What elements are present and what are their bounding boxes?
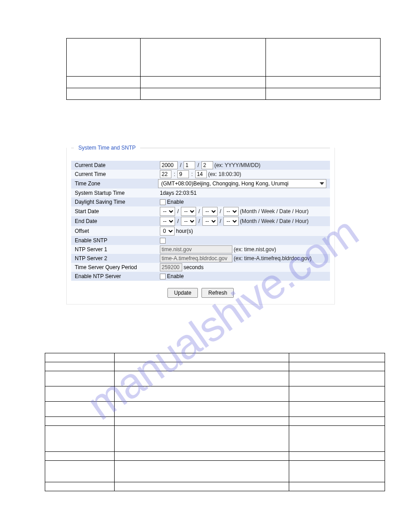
hour-input[interactable] bbox=[160, 170, 171, 178]
current-date-label: Current Date bbox=[75, 162, 160, 168]
ntp1-input[interactable] bbox=[160, 245, 232, 253]
end-month-select[interactable]: -- bbox=[160, 217, 175, 226]
start-weekday-select[interactable]: -- bbox=[202, 207, 218, 216]
end-weekday-select[interactable]: -- bbox=[202, 217, 218, 226]
end-week-select[interactable]: -- bbox=[181, 217, 196, 226]
end-hour-select[interactable]: -- bbox=[223, 217, 239, 226]
time-zone-label: Time Zone bbox=[75, 180, 158, 187]
ntp2-input[interactable] bbox=[160, 254, 232, 262]
enable-ntp-server-checkbox[interactable] bbox=[160, 274, 166, 279]
time-hint: (ex: 18:00:30) bbox=[208, 171, 241, 177]
end-date-label: End Date bbox=[75, 218, 160, 224]
query-period-label: Time Server Query Period bbox=[75, 264, 160, 270]
start-month-select[interactable]: -- bbox=[160, 207, 175, 216]
current-time-label: Current Time bbox=[75, 171, 160, 177]
month-input[interactable] bbox=[184, 161, 195, 169]
start-date-label: Start Date bbox=[75, 208, 160, 215]
sntp-panel: System Time and SNTP Current Date / / (e… bbox=[66, 148, 335, 305]
top-empty-table bbox=[66, 38, 381, 100]
ntp2-label: NTP Server 2 bbox=[75, 255, 160, 262]
query-period-input[interactable] bbox=[160, 263, 182, 271]
refresh-button[interactable]: Refresh bbox=[201, 288, 234, 298]
chevron-down-icon bbox=[320, 182, 324, 185]
bottom-empty-table bbox=[45, 353, 385, 491]
ntp1-label: NTP Server 1 bbox=[75, 246, 160, 253]
enable-sntp-label: Enable SNTP bbox=[75, 237, 160, 244]
year-input[interactable] bbox=[160, 161, 178, 169]
dst-checkbox[interactable] bbox=[160, 199, 166, 205]
enable-sntp-checkbox[interactable] bbox=[160, 238, 166, 244]
day-input[interactable] bbox=[201, 161, 213, 169]
offset-label: Offset bbox=[75, 228, 160, 234]
startup-time-value: 1days 22:03:51 bbox=[160, 190, 197, 196]
time-zone-select[interactable]: (GMT+08:00)Beijing, Chongqing, Hong Kong… bbox=[158, 179, 326, 188]
offset-select[interactable]: 0 bbox=[160, 227, 175, 236]
panel-title: System Time and SNTP bbox=[77, 145, 137, 151]
startup-time-label: System Startup Time bbox=[75, 190, 160, 196]
date-hint: (ex: YYYY/MM/DD) bbox=[214, 162, 261, 168]
start-week-select[interactable]: -- bbox=[181, 207, 196, 216]
minute-input[interactable] bbox=[177, 170, 189, 178]
dst-label: Daylight Saving Time bbox=[75, 199, 160, 205]
start-hour-select[interactable]: -- bbox=[223, 207, 239, 216]
enable-ntp-server-label: Enable NTP Server bbox=[75, 273, 160, 279]
update-button[interactable]: Update bbox=[167, 288, 198, 298]
second-input[interactable] bbox=[195, 170, 207, 178]
